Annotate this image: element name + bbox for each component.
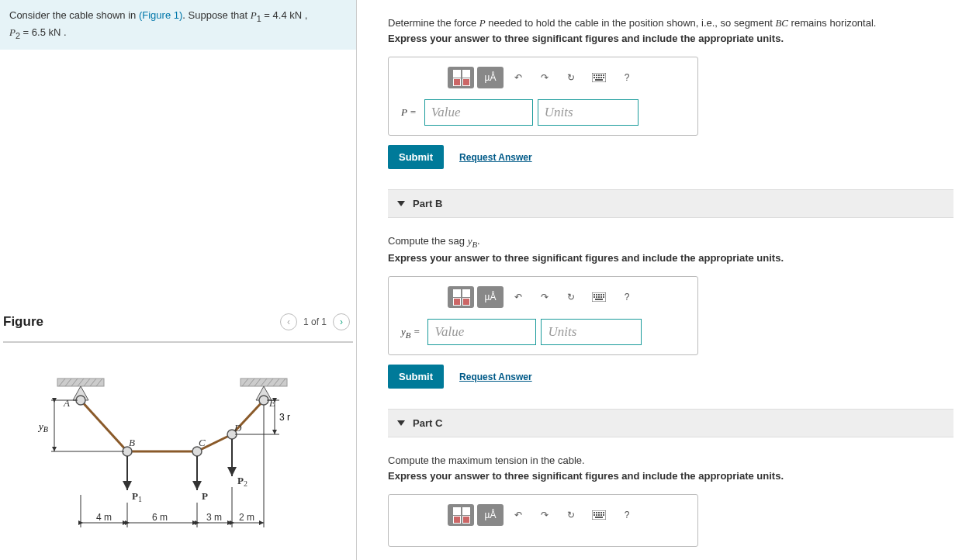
units-icon[interactable]: µÅ	[477, 286, 504, 308]
svg-text:3 m: 3 m	[206, 512, 222, 523]
figure-nav: ‹ 1 of 1 ›	[280, 313, 350, 330]
answer-line: P = Value Units	[401, 99, 685, 126]
answer-line: yB = Value Units	[401, 319, 685, 345]
svg-rect-62	[603, 74, 604, 76]
answer-toolbar: µÅ ↶ ↷ ↻ ?	[401, 67, 685, 88]
part-c-question: Compute the maximum tension in the cable…	[388, 437, 953, 488]
svg-rect-72	[598, 294, 600, 296]
help-icon[interactable]: ?	[615, 504, 639, 526]
figure-title: Figure	[3, 314, 43, 330]
svg-line-16	[81, 400, 127, 451]
instruction: Express your answer to three significant…	[388, 33, 784, 44]
svg-text:P2: P2	[237, 475, 247, 488]
units-icon[interactable]: µÅ	[477, 67, 504, 88]
svg-text:3 m: 3 m	[279, 412, 290, 423]
svg-text:P1: P1	[132, 490, 142, 503]
svg-rect-77	[598, 296, 600, 298]
undo-icon[interactable]: ↶	[507, 504, 530, 526]
svg-rect-76	[596, 296, 597, 298]
svg-text:C: C	[199, 437, 206, 448]
units-icon[interactable]: µÅ	[477, 504, 504, 526]
submit-button[interactable]: Submit	[388, 365, 444, 389]
reset-icon[interactable]: ↻	[559, 504, 583, 526]
intro-text: . Suppose that	[182, 9, 250, 21]
svg-rect-66	[600, 77, 602, 78]
request-answer-link[interactable]: Request Answer	[459, 372, 532, 382]
part-b-question: Compute the sag yB. Express your answer …	[388, 218, 953, 270]
svg-text:D: D	[234, 422, 242, 434]
left-column: Consider the cable shown in (Figure 1). …	[0, 0, 357, 560]
svg-text:P: P	[202, 490, 208, 502]
request-answer-link[interactable]: Request Answer	[459, 152, 532, 163]
intro-text: Consider the cable shown in	[9, 9, 139, 21]
svg-rect-80	[595, 299, 603, 300]
answer-box-b: µÅ ↶ ↷ ↻ ? yB = Value Units	[388, 276, 698, 355]
figure-link[interactable]: (Figure 1)	[139, 9, 182, 21]
var-p2: P	[9, 26, 16, 38]
redo-icon[interactable]: ↷	[533, 504, 556, 526]
right-column: Determine the force P needed to hold the…	[357, 0, 969, 560]
template-icon[interactable]	[448, 504, 474, 526]
answer-toolbar: µÅ ↶ ↷ ↻ ?	[401, 504, 685, 526]
submit-button[interactable]: Submit	[388, 145, 444, 169]
answer-box-a: µÅ ↶ ↷ ↻ ? P = Value Units	[388, 57, 698, 136]
template-icon[interactable]	[448, 286, 474, 308]
svg-rect-84	[598, 512, 600, 513]
help-icon[interactable]: ?	[615, 67, 639, 88]
svg-rect-67	[603, 77, 604, 78]
undo-icon[interactable]: ↶	[507, 67, 530, 88]
svg-rect-65	[598, 77, 600, 78]
svg-rect-74	[603, 294, 604, 296]
svg-rect-89	[598, 514, 600, 516]
svg-text:yB: yB	[37, 420, 48, 434]
svg-rect-68	[595, 79, 603, 81]
svg-rect-63	[594, 77, 595, 78]
keyboard-icon[interactable]	[586, 286, 612, 308]
svg-rect-75	[594, 296, 595, 298]
svg-rect-85	[600, 512, 602, 513]
units-input[interactable]: Units	[541, 319, 642, 345]
reset-icon[interactable]: ↻	[559, 286, 583, 308]
chevron-down-icon	[397, 420, 405, 426]
chevron-left-icon[interactable]: ‹	[280, 313, 297, 330]
keyboard-icon[interactable]	[586, 67, 612, 88]
cable-diagram: A E B C D P1 P P2	[34, 366, 290, 552]
svg-rect-61	[600, 74, 602, 76]
svg-text:A: A	[63, 397, 70, 409]
part-c-header[interactable]: Part C	[388, 409, 953, 437]
part-title: Part C	[413, 417, 442, 429]
answer-label: P =	[401, 106, 420, 119]
p2-value: = 6.5 kN .	[20, 26, 67, 38]
svg-rect-60	[598, 74, 600, 76]
svg-rect-91	[603, 514, 604, 516]
redo-icon[interactable]: ↷	[533, 286, 556, 308]
answer-label: yB =	[401, 326, 423, 340]
part-b-header[interactable]: Part B	[388, 189, 953, 218]
svg-rect-71	[596, 294, 597, 296]
value-input[interactable]: Value	[424, 99, 533, 126]
figure-counter: 1 of 1	[303, 316, 327, 327]
chevron-down-icon	[397, 201, 405, 206]
reset-icon[interactable]: ↻	[559, 67, 583, 88]
var-p1: P	[251, 9, 257, 21]
svg-rect-86	[603, 512, 604, 513]
redo-icon[interactable]: ↷	[533, 67, 556, 88]
instruction: Express your answer to three significant…	[388, 252, 784, 264]
help-icon[interactable]: ?	[615, 286, 639, 308]
svg-rect-59	[596, 74, 597, 76]
svg-rect-90	[600, 514, 602, 516]
keyboard-icon[interactable]	[586, 504, 612, 526]
figure-section: Figure ‹ 1 of 1 ›	[0, 307, 356, 560]
svg-rect-58	[594, 74, 595, 76]
svg-rect-73	[600, 294, 602, 296]
chevron-right-icon[interactable]: ›	[333, 313, 350, 330]
actions-b: Submit Request Answer	[388, 365, 953, 389]
part-title: Part B	[413, 198, 442, 209]
units-input[interactable]: Units	[538, 99, 639, 126]
value-input[interactable]: Value	[427, 319, 536, 345]
answer-box-c: µÅ ↶ ↷ ↻ ?	[388, 494, 698, 547]
svg-text:B: B	[129, 437, 135, 448]
undo-icon[interactable]: ↶	[507, 286, 530, 308]
template-icon[interactable]	[448, 67, 474, 88]
svg-rect-82	[594, 512, 595, 513]
